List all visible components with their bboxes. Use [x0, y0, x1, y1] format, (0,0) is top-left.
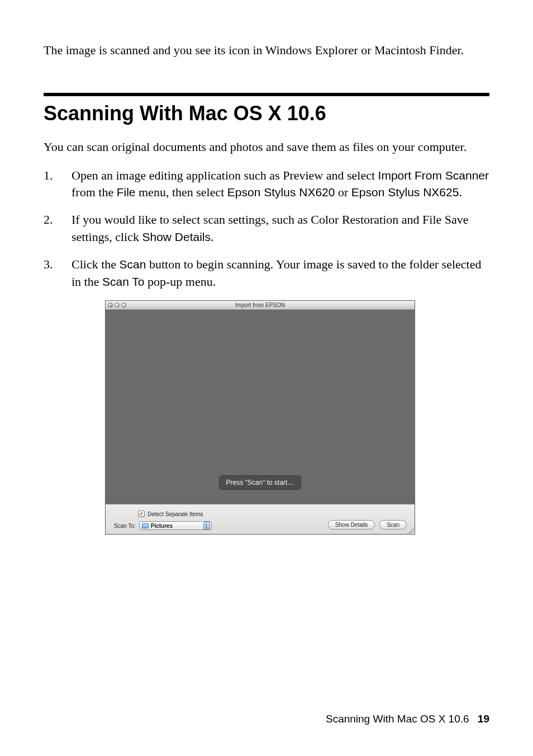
scan-button[interactable]: Scan [379, 520, 407, 530]
scan-hint: Press "Scan" to start… [219, 475, 302, 490]
window-title: Import from EPSON [106, 302, 415, 308]
text: from the [72, 185, 117, 199]
ui-term: Epson Stylus NX625 [351, 186, 459, 199]
popup-arrows-icon: ▴▾ [203, 522, 210, 530]
close-icon[interactable] [108, 303, 113, 308]
section-rule [44, 93, 489, 96]
import-window: Import from EPSON Press "Scan" to start…… [105, 300, 415, 535]
detect-separate-items-row: ✓ Detect Separate Items [138, 511, 203, 517]
minimize-icon[interactable] [115, 303, 120, 308]
text: . [211, 230, 214, 244]
text: . [459, 185, 462, 199]
scan-to-label: Scan To: [114, 523, 136, 529]
show-details-button[interactable]: Show Details [328, 520, 375, 530]
scan-preview-area: Press "Scan" to start… [106, 310, 415, 504]
action-buttons: Show Details Scan [328, 520, 407, 530]
detect-separate-items-label: Detect Separate Items [147, 511, 203, 517]
text: If you would like to select scan setting… [72, 212, 469, 244]
ui-term: Show Details [142, 230, 211, 243]
titlebar[interactable]: Import from EPSON [106, 301, 415, 310]
ui-term: Epson Stylus NX620 [227, 186, 335, 199]
section-heading: Scanning With Mac OS X 10.6 [44, 102, 489, 125]
folder-icon [142, 523, 149, 528]
text: Click the [72, 257, 120, 271]
step-2: If you would like to select scan setting… [44, 211, 489, 246]
resize-grip-icon[interactable] [407, 527, 414, 533]
ui-term: Scan [120, 258, 146, 271]
scan-to-popup[interactable]: Pictures ▴▾ [139, 521, 212, 530]
ui-term: Scan To [102, 275, 145, 288]
section-intro: You can scan original documents and phot… [44, 139, 489, 156]
page-number: 19 [478, 713, 489, 725]
detect-separate-items-checkbox[interactable]: ✓ [138, 511, 145, 517]
footer-text: Scanning With Mac OS X 10.6 [326, 713, 469, 725]
text: or [335, 185, 351, 199]
text: pop-up menu. [145, 275, 216, 289]
step-3: Click the Scan button to begin scanning.… [44, 256, 489, 291]
bottom-bar: ✓ Detect Separate Items Scan To: Picture… [106, 504, 415, 534]
scan-to-value: Pictures [151, 523, 201, 529]
intro-paragraph: The image is scanned and you see its ico… [44, 42, 489, 59]
text: menu, then select [136, 185, 227, 199]
zoom-icon[interactable] [121, 303, 126, 308]
scan-to-row: Scan To: Pictures ▴▾ [114, 521, 212, 530]
text: Open an image editing application such a… [72, 168, 378, 182]
ui-term: File [117, 186, 136, 199]
traffic-lights [108, 303, 126, 308]
steps-list: Open an image editing application such a… [44, 167, 489, 291]
ui-term: Import From Scanner [378, 169, 489, 182]
page-footer: Scanning With Mac OS X 10.6 19 [326, 713, 489, 725]
step-1: Open an image editing application such a… [44, 167, 489, 202]
